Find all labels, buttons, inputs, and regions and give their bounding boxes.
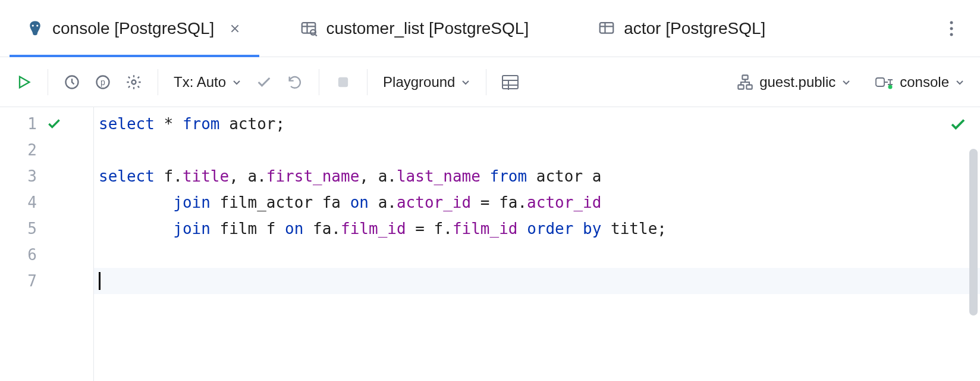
svg-rect-14 [743, 75, 748, 79]
svg-point-18 [888, 85, 893, 89]
tx-mode-dropdown[interactable]: Tx: Auto [169, 74, 246, 90]
line-number: 6 [0, 246, 43, 264]
code-line [94, 242, 980, 268]
svg-point-5 [950, 21, 953, 24]
svg-rect-15 [739, 85, 744, 89]
code-line: join film f on fa.film_id = f.film_id or… [94, 216, 980, 242]
chevron-down-icon [461, 77, 470, 87]
line-number: 7 [0, 272, 43, 290]
tab-bar: console [PostgreSQL] customer_list [Post… [0, 0, 980, 57]
separator [48, 69, 48, 95]
line-number: 1 [0, 115, 43, 133]
schema-label: guest.public [759, 74, 835, 90]
code-line: join film_actor fa on a.actor_id = fa.ac… [94, 189, 980, 216]
editor: 1 2 3 4 5 6 7 select * from actor; selec… [0, 107, 980, 381]
tab-customer-list[interactable]: customer_list [PostgreSQL] [283, 0, 545, 57]
gutter: 1 2 3 4 5 6 7 [0, 107, 94, 381]
svg-rect-17 [876, 78, 884, 86]
tab-label: customer_list [PostgreSQL] [326, 19, 529, 38]
line-number: 4 [0, 193, 43, 211]
line-number: 2 [0, 141, 43, 159]
commit-button[interactable] [251, 69, 277, 95]
tab-console[interactable]: console [PostgreSQL] [10, 0, 259, 57]
gutter-ok-icon [43, 116, 78, 132]
separator [486, 69, 486, 95]
settings-button[interactable] [121, 69, 147, 95]
svg-rect-13 [502, 76, 518, 89]
svg-rect-12 [338, 77, 348, 86]
schema-selector[interactable]: guest.public [732, 74, 856, 90]
svg-point-11 [132, 80, 136, 84]
svg-text:p: p [100, 77, 105, 86]
caret [99, 272, 100, 290]
history-button[interactable] [59, 69, 85, 95]
svg-point-7 [950, 33, 953, 36]
separator [367, 69, 368, 95]
stop-button[interactable] [330, 69, 356, 95]
separator [158, 69, 158, 95]
session-selector[interactable]: console [870, 74, 969, 90]
chevron-down-icon [232, 77, 241, 87]
run-button[interactable] [11, 69, 37, 95]
code-line [94, 137, 980, 163]
chevron-down-icon [955, 77, 965, 87]
table-search-icon [300, 20, 318, 38]
table-icon [598, 20, 615, 38]
svg-point-6 [950, 27, 953, 30]
code-area[interactable]: select * from actor; select f.title, a.f… [94, 107, 980, 381]
svg-point-0 [32, 24, 34, 26]
tab-label: actor [PostgreSQL] [624, 19, 765, 38]
svg-rect-16 [747, 85, 752, 89]
playground-dropdown[interactable]: Playground [378, 74, 475, 90]
scrollbar[interactable] [969, 149, 978, 316]
code-line [94, 268, 980, 294]
postgres-icon [26, 20, 44, 38]
tab-label: console [PostgreSQL] [52, 19, 214, 38]
playground-label: Playground [383, 74, 455, 90]
schema-icon [737, 74, 753, 90]
code-line: select * from actor; [94, 111, 980, 137]
svg-rect-4 [600, 23, 614, 33]
svg-point-1 [36, 24, 38, 26]
line-number: 5 [0, 220, 43, 238]
toolbar: p Tx: Auto Playground guest.public conso… [0, 57, 980, 107]
session-label: console [900, 74, 949, 90]
more-menu-icon[interactable] [937, 14, 966, 43]
analysis-ok-icon[interactable] [949, 115, 967, 133]
separator [319, 69, 319, 95]
explain-plan-button[interactable]: p [90, 69, 116, 95]
tab-actor[interactable]: actor [PostgreSQL] [581, 0, 782, 57]
session-icon [875, 74, 894, 90]
line-number: 3 [0, 167, 43, 185]
svg-rect-2 [302, 23, 316, 33]
close-icon[interactable] [227, 21, 243, 36]
rollback-button[interactable] [282, 69, 308, 95]
code-line: select f.title, a.first_name, a.last_nam… [94, 163, 980, 189]
output-layout-button[interactable] [497, 69, 523, 95]
chevron-down-icon [841, 77, 851, 87]
tx-label: Tx: Auto [174, 74, 226, 90]
